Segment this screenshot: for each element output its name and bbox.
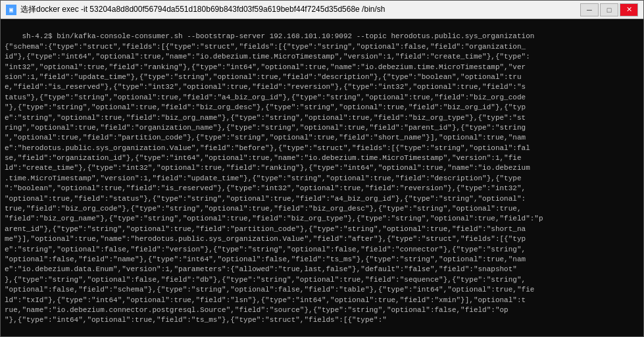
title-bar-controls: ─ □ ✕: [580, 3, 638, 16]
window-icon: ▣: [6, 5, 16, 15]
title-bar-left: ▣ 选择docker exec -it 53204a8d8d00f56794da…: [6, 4, 385, 15]
minimize-button[interactable]: ─: [580, 3, 599, 16]
maximize-button[interactable]: □: [600, 3, 618, 16]
title-bar: ▣ 选择docker exec -it 53204a8d8d00f56794da…: [1, 1, 643, 19]
window: ▣ 选择docker exec -it 53204a8d8d00f56794da…: [0, 0, 644, 337]
terminal-content: sh-4.2$ bin/kafka-console-consumer.sh --…: [5, 32, 543, 324]
close-button[interactable]: ✕: [620, 3, 638, 16]
window-title: 选择docker exec -it 53204a8d8d00f56794da55…: [20, 4, 385, 15]
terminal-body[interactable]: sh-4.2$ bin/kafka-console-consumer.sh --…: [1, 19, 643, 336]
